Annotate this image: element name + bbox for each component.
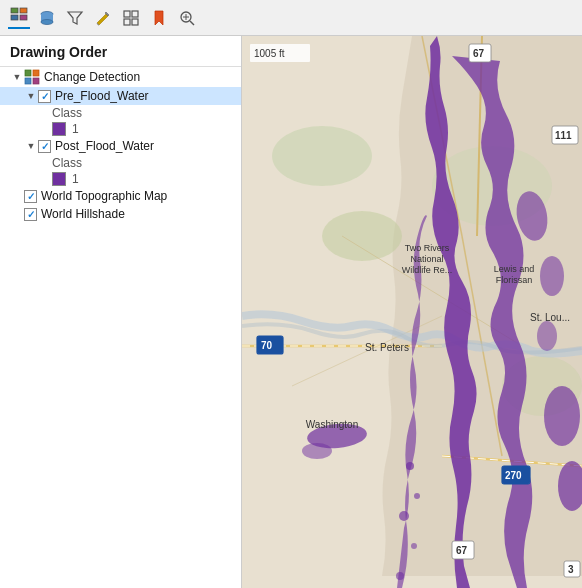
svg-rect-0 — [11, 8, 18, 13]
svg-text:St. Peters: St. Peters — [365, 342, 409, 353]
pre-flood-class-value: 1 — [72, 122, 79, 136]
toolbar — [0, 0, 582, 36]
world-hillshade-label: World Hillshade — [41, 207, 125, 221]
main-content: Drawing Order ▼ Change Detection ▼ Pre_F… — [0, 36, 582, 588]
layers-panel: Drawing Order ▼ Change Detection ▼ Pre_F… — [0, 36, 242, 588]
layer-pre-flood-water[interactable]: ▼ Pre_Flood_Water — [0, 87, 241, 105]
layer-post-flood-water[interactable]: ▼ Post_Flood_Water — [0, 137, 241, 155]
toolbar-filter-icon[interactable] — [64, 7, 86, 29]
toolbar-bookmark-icon[interactable] — [148, 7, 170, 29]
svg-text:67: 67 — [456, 545, 468, 556]
post-flood-color-swatch — [52, 172, 66, 186]
post-flood-class-header: Class — [52, 156, 82, 170]
svg-rect-16 — [25, 70, 31, 76]
svg-point-37 — [544, 386, 580, 446]
svg-rect-19 — [33, 78, 39, 84]
svg-point-43 — [396, 572, 404, 580]
toolbar-grid-icon[interactable] — [120, 7, 142, 29]
panel-title: Drawing Order — [0, 36, 241, 67]
pre-flood-label: Pre_Flood_Water — [55, 89, 149, 103]
checkbox-pre-flood[interactable] — [38, 90, 51, 103]
svg-rect-11 — [132, 19, 138, 25]
pre-flood-class-row: Class — [0, 105, 241, 121]
svg-text:70: 70 — [261, 340, 273, 351]
svg-rect-2 — [20, 8, 27, 13]
expand-arrow-change-detection[interactable]: ▼ — [10, 70, 24, 84]
svg-rect-1 — [11, 15, 18, 20]
svg-text:National: National — [410, 254, 443, 264]
svg-text:Washington: Washington — [306, 419, 358, 430]
svg-point-42 — [411, 543, 417, 549]
svg-point-40 — [414, 493, 420, 499]
map-view[interactable]: 1005 ft 67 111 70 270 67 3 Two Rivers Na — [242, 36, 582, 588]
svg-text:Florissan: Florissan — [496, 275, 533, 285]
svg-text:1005 ft: 1005 ft — [254, 48, 285, 59]
expand-arrow-pre-flood[interactable]: ▼ — [24, 89, 38, 103]
svg-text:67: 67 — [473, 48, 485, 59]
expand-arrow-post-flood[interactable]: ▼ — [24, 139, 38, 153]
svg-point-39 — [406, 462, 414, 470]
svg-text:Wildlife Re...: Wildlife Re... — [402, 265, 453, 275]
svg-text:Two Rivers: Two Rivers — [405, 243, 450, 253]
checkbox-world-topo[interactable] — [24, 190, 37, 203]
toolbar-cylinder-icon[interactable] — [36, 7, 58, 29]
toolbar-pencil-icon[interactable] — [92, 7, 114, 29]
checkbox-post-flood[interactable] — [38, 140, 51, 153]
svg-point-35 — [540, 256, 564, 296]
world-topo-label: World Topographic Map — [41, 189, 167, 203]
svg-text:3: 3 — [568, 564, 574, 575]
svg-text:St. Lou...: St. Lou... — [530, 312, 570, 323]
pre-flood-class-header: Class — [52, 106, 82, 120]
svg-point-21 — [272, 126, 372, 186]
post-flood-class-row: Class — [0, 155, 241, 171]
svg-point-6 — [41, 19, 53, 24]
layer-world-topo[interactable]: ▶ World Topographic Map — [0, 187, 241, 205]
post-flood-label: Post_Flood_Water — [55, 139, 154, 153]
pre-flood-color-swatch — [52, 122, 66, 136]
svg-point-22 — [322, 211, 402, 261]
svg-point-41 — [399, 511, 409, 521]
post-flood-class-value: 1 — [72, 172, 79, 186]
svg-rect-3 — [20, 15, 27, 20]
toolbar-magnify-icon[interactable] — [176, 7, 198, 29]
svg-rect-9 — [132, 11, 138, 17]
svg-text:270: 270 — [505, 470, 522, 481]
svg-rect-10 — [124, 19, 130, 25]
svg-rect-18 — [25, 78, 31, 84]
svg-text:Lewis and: Lewis and — [494, 264, 535, 274]
pre-flood-class-item: 1 — [0, 121, 241, 137]
post-flood-class-item: 1 — [0, 171, 241, 187]
change-detection-icon — [24, 69, 40, 85]
svg-point-36 — [537, 321, 557, 351]
svg-text:111: 111 — [555, 130, 572, 141]
map-svg: 1005 ft 67 111 70 270 67 3 Two Rivers Na — [242, 36, 582, 588]
change-detection-label: Change Detection — [44, 70, 140, 84]
svg-rect-8 — [124, 11, 130, 17]
svg-rect-17 — [33, 70, 39, 76]
layer-change-detection[interactable]: ▼ Change Detection — [0, 67, 241, 87]
layer-world-hillshade[interactable]: ▶ World Hillshade — [0, 205, 241, 223]
svg-line-13 — [190, 21, 194, 25]
svg-point-45 — [302, 443, 332, 459]
svg-marker-7 — [68, 12, 82, 24]
toolbar-drawing-icon[interactable] — [8, 7, 30, 29]
checkbox-world-hillshade[interactable] — [24, 208, 37, 221]
